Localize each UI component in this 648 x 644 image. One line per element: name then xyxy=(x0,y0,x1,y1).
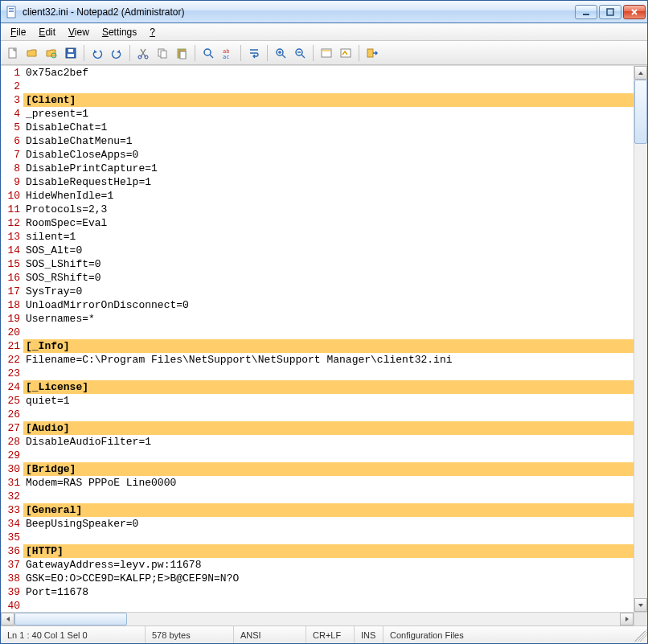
code-line[interactable]: Usernames=* xyxy=(23,312,634,326)
line-number: 26 xyxy=(1,408,20,421)
scroll-down-arrow[interactable] xyxy=(634,598,647,612)
horizontal-scroll-thumb[interactable] xyxy=(14,613,127,626)
code-line[interactable]: 0x75ac2bef xyxy=(23,66,634,80)
code-line[interactable]: SOS_Alt=0 xyxy=(23,244,634,257)
code-line[interactable]: quiet=1 xyxy=(23,394,634,408)
status-encoding[interactable]: ANSI xyxy=(234,626,306,643)
line-number: 40 xyxy=(1,599,20,612)
code-line[interactable]: GatewayAddress=leyv.pw:11678 xyxy=(23,558,634,572)
code-line[interactable]: DisablePrintCapture=1 xyxy=(23,162,634,175)
code-line[interactable]: DisableCloseApps=0 xyxy=(23,148,634,162)
status-position[interactable]: Ln 1 : 40 Col 1 Sel 0 xyxy=(1,626,146,643)
code-line[interactable] xyxy=(23,326,634,339)
line-number: 21 xyxy=(1,339,20,353)
line-number: 14 xyxy=(1,244,20,257)
line-number: 30 xyxy=(1,462,20,476)
code-line[interactable]: DisableRequestHelp=1 xyxy=(23,175,634,189)
code-line[interactable]: Port=11678 xyxy=(23,585,634,599)
code-line[interactable]: SysTray=0 xyxy=(23,285,634,298)
line-number: 1 xyxy=(1,66,20,80)
scroll-right-arrow[interactable] xyxy=(620,613,634,626)
word-wrap-icon[interactable] xyxy=(245,44,263,62)
svg-text:ac: ac xyxy=(223,54,229,59)
menu-edit[interactable]: Edit xyxy=(32,25,62,39)
status-lexer[interactable]: Configuration Files xyxy=(383,626,634,643)
line-number: 6 xyxy=(1,134,20,148)
code-content[interactable]: 0x75ac2bef[Client]_present=1DisableChat=… xyxy=(23,66,634,612)
section-header-line[interactable]: [_License] xyxy=(23,380,634,394)
code-line[interactable]: DisableChat=1 xyxy=(23,121,634,134)
line-number: 38 xyxy=(1,572,20,585)
menu-settings[interactable]: Settings xyxy=(96,25,143,39)
save-icon[interactable] xyxy=(62,44,80,62)
horizontal-scroll-track[interactable] xyxy=(14,613,620,626)
redo-icon[interactable] xyxy=(108,44,125,62)
code-line[interactable]: silent=1 xyxy=(23,230,634,244)
status-lineending[interactable]: CR+LF xyxy=(306,626,355,643)
vertical-scroll-thumb[interactable] xyxy=(634,80,647,144)
resize-grip-icon[interactable] xyxy=(634,629,647,642)
line-number: 35 xyxy=(1,531,20,544)
find-icon[interactable] xyxy=(199,44,217,62)
section-header-line[interactable]: [HTTP] xyxy=(23,544,634,558)
code-line[interactable] xyxy=(23,490,634,503)
section-header-line[interactable]: [General] xyxy=(23,503,634,517)
code-line[interactable]: SOS_LShift=0 xyxy=(23,257,634,271)
menu-view[interactable]: View xyxy=(62,25,96,39)
scroll-left-arrow[interactable] xyxy=(1,613,14,626)
customize-icon[interactable] xyxy=(337,44,355,62)
new-file-icon[interactable] xyxy=(4,44,22,62)
code-line[interactable]: DisableChatMenu=1 xyxy=(23,134,634,148)
line-number: 10 xyxy=(1,189,20,203)
code-line[interactable]: Modem=RAS PPPoE Line0000 xyxy=(23,476,634,490)
zoom-in-icon[interactable] xyxy=(272,44,289,62)
paste-icon[interactable] xyxy=(173,44,191,62)
line-number: 39 xyxy=(1,585,20,599)
menu-help[interactable]: ? xyxy=(143,25,162,39)
exit-icon[interactable] xyxy=(363,44,381,62)
code-line[interactable] xyxy=(23,80,634,93)
minimize-button[interactable] xyxy=(575,5,597,19)
code-line[interactable] xyxy=(23,367,634,380)
copy-icon[interactable] xyxy=(154,44,171,62)
replace-icon[interactable]: abac xyxy=(219,44,236,62)
code-line[interactable]: DisableAudioFilter=1 xyxy=(23,435,634,449)
close-button[interactable] xyxy=(623,5,646,19)
section-header-line[interactable]: [Client] xyxy=(23,93,634,107)
toolbar-separator xyxy=(240,45,241,61)
code-line[interactable]: SOS_RShift=0 xyxy=(23,271,634,285)
horizontal-scrollbar[interactable] xyxy=(1,612,647,626)
code-line[interactable] xyxy=(23,408,634,421)
code-line[interactable]: _present=1 xyxy=(23,107,634,121)
code-line[interactable]: Protocols=2,3 xyxy=(23,203,634,216)
menu-file[interactable]: File xyxy=(4,25,32,39)
line-number: 9 xyxy=(1,175,20,189)
code-line[interactable] xyxy=(23,531,634,544)
undo-icon[interactable] xyxy=(88,44,106,62)
code-line[interactable] xyxy=(23,449,634,462)
zoom-out-icon[interactable] xyxy=(291,44,309,62)
code-line[interactable] xyxy=(23,599,634,612)
code-line[interactable]: GSK=EO:O>CCE9D=KALFP;E>B@CEF9N=N?O xyxy=(23,572,634,585)
code-line[interactable]: HideWhenIdle=1 xyxy=(23,189,634,203)
line-number: 2 xyxy=(1,80,20,93)
line-number: 33 xyxy=(1,503,20,517)
cut-icon[interactable] xyxy=(134,44,152,62)
scheme-icon[interactable] xyxy=(318,44,335,62)
code-line[interactable]: UnloadMirrorOnDisconnect=0 xyxy=(23,298,634,312)
scroll-up-arrow[interactable] xyxy=(634,66,647,80)
editor[interactable]: 1234567891011121314151617181920212223242… xyxy=(1,66,634,612)
line-number: 7 xyxy=(1,148,20,162)
code-line[interactable]: Filename=C:\Program Files\NetSupport\Net… xyxy=(23,353,634,367)
section-header-line[interactable]: [Audio] xyxy=(23,421,634,435)
code-line[interactable]: BeepUsingSpeaker=0 xyxy=(23,517,634,531)
code-line[interactable]: RoomSpec=Eval xyxy=(23,216,634,230)
browse-icon[interactable] xyxy=(43,44,60,62)
section-header-line[interactable]: [Bridge] xyxy=(23,462,634,476)
status-bytes[interactable]: 578 bytes xyxy=(146,626,234,643)
status-ovr[interactable]: INS xyxy=(355,626,383,643)
maximize-button[interactable] xyxy=(599,5,621,19)
section-header-line[interactable]: [_Info] xyxy=(23,339,634,353)
vertical-scrollbar[interactable] xyxy=(634,66,647,612)
open-file-icon[interactable] xyxy=(23,44,41,62)
